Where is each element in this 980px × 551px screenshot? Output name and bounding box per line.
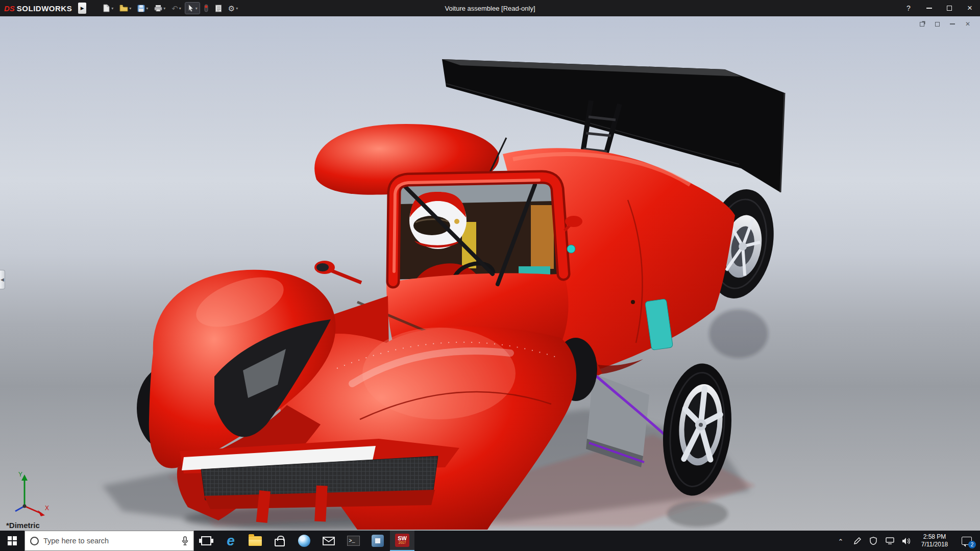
volume-icon: [902, 537, 911, 545]
system-tray: ⌃ 2:58 PM 7/11/2018 2: [833, 531, 980, 551]
clock-date: 7/11/2018: [917, 541, 952, 548]
quick-toolbar: ▾ ▾ ▾ ▾ ↶ ▾ ▾ ⚙ ▾: [101, 3, 240, 14]
triad-y-label: Y: [18, 471, 22, 478]
action-center-button[interactable]: 2: [955, 531, 978, 551]
taskbar-search[interactable]: [24, 531, 194, 551]
start-button[interactable]: [0, 531, 24, 551]
doc-restore-button[interactable]: [917, 19, 927, 29]
maximize-icon: [947, 6, 952, 11]
dropdown-caret-icon[interactable]: ▾: [163, 6, 165, 11]
app-button[interactable]: [365, 531, 390, 551]
print-icon: [154, 5, 162, 12]
undo-icon: ↶: [172, 5, 178, 12]
menu-flyout-arrow-icon[interactable]: ▶: [78, 3, 86, 14]
view-orientation-label: *Dimetric: [6, 521, 40, 530]
task-view-button[interactable]: [194, 531, 218, 551]
dropdown-caret-icon[interactable]: ▾: [179, 6, 181, 11]
solidworks-taskbar-button[interactable]: SW 2017: [390, 531, 414, 551]
select-tool-button[interactable]: ▾: [185, 3, 200, 14]
command-prompt-icon: >_: [347, 536, 360, 546]
shield-icon: [870, 537, 877, 545]
chevron-up-icon: ⌃: [838, 538, 844, 545]
network-icon: [886, 537, 894, 544]
feature-panel-tab[interactable]: ◀: [0, 270, 5, 289]
dropdown-caret-icon[interactable]: ▾: [236, 6, 238, 11]
minimize-button[interactable]: [919, 0, 939, 16]
file-properties-button[interactable]: [213, 3, 224, 14]
document-window-controls: ✕: [917, 19, 973, 29]
microphone-icon[interactable]: [182, 536, 188, 545]
rebuild-icon: [204, 4, 209, 12]
tray-pen-button[interactable]: [849, 531, 865, 551]
solidworks-icon: SW 2017: [395, 534, 409, 547]
maximize-button[interactable]: [939, 0, 960, 16]
app-icon: [372, 535, 384, 547]
save-icon: [137, 5, 145, 12]
edge-icon: e: [227, 534, 235, 548]
windows-logo-icon: [8, 536, 17, 545]
solidworks-icon-year: 2017: [399, 541, 406, 545]
help-button[interactable]: ?: [898, 0, 919, 16]
window-title: Voiture assemblee [Read-only]: [445, 0, 535, 16]
file-properties-icon: [215, 5, 222, 12]
orientation-triad: Y X: [7, 468, 51, 517]
cortana-icon: [30, 537, 39, 545]
titlebar: DS SOLIDWORKS ▶ ▾ ▾ ▾ ▾ ↶ ▾ ▾: [0, 0, 980, 16]
doc-minimize-button[interactable]: [947, 19, 958, 29]
command-prompt-button[interactable]: >_: [341, 531, 365, 551]
gear-icon: ⚙: [228, 5, 235, 12]
graphics-viewport[interactable]: ✕ ◀: [0, 16, 980, 531]
windows-taskbar: e >_ SW 2017 ⌃ 2:58 PM 7/11/2018: [0, 531, 980, 551]
clock-time: 2:58 PM: [917, 533, 952, 541]
pen-icon: [853, 537, 861, 545]
mail-icon: [323, 537, 335, 545]
open-icon: [119, 5, 128, 12]
open-button[interactable]: ▾: [117, 3, 133, 13]
dropdown-caret-icon[interactable]: ▾: [129, 6, 131, 11]
file-explorer-button[interactable]: [243, 531, 267, 551]
tray-network-button[interactable]: [882, 531, 897, 551]
rebuild-button[interactable]: [202, 3, 211, 14]
tray-volume-button[interactable]: [898, 531, 914, 551]
browser-icon: [298, 535, 310, 547]
ds-logo-icon: DS: [4, 4, 15, 13]
doc-close-button[interactable]: ✕: [963, 19, 973, 29]
folder-icon: [249, 536, 262, 546]
new-document-icon: [103, 4, 110, 12]
solidworks-logo: DS SOLIDWORKS: [0, 4, 76, 13]
undo-button[interactable]: ↶ ▾: [169, 3, 183, 14]
browser-button[interactable]: [292, 531, 316, 551]
model-canvas[interactable]: [0, 16, 980, 531]
tray-security-button[interactable]: [866, 531, 881, 551]
marker-light: [567, 245, 575, 253]
minimize-icon: [926, 8, 932, 9]
tray-expand-button[interactable]: ⌃: [833, 531, 848, 551]
mail-button[interactable]: [316, 531, 341, 551]
save-button[interactable]: ▾: [135, 3, 150, 14]
notification-badge: 2: [968, 541, 976, 548]
window-controls: ? ×: [898, 0, 980, 16]
dropdown-caret-icon[interactable]: ▾: [111, 6, 113, 11]
print-button[interactable]: ▾: [152, 3, 167, 13]
brand-wordmark: SOLIDWORKS: [17, 4, 72, 13]
select-cursor-icon: [187, 4, 194, 12]
task-view-icon: [201, 536, 211, 545]
triad-x-label: X: [45, 505, 49, 512]
doc-pin-button[interactable]: [932, 19, 942, 29]
store-bag-icon: [275, 539, 285, 546]
search-input[interactable]: [43, 537, 177, 545]
taskbar-clock[interactable]: 2:58 PM 7/11/2018: [915, 533, 954, 548]
dropdown-caret-icon[interactable]: ▾: [195, 6, 198, 11]
new-document-button[interactable]: ▾: [101, 3, 115, 14]
close-button[interactable]: ×: [960, 0, 980, 16]
options-button[interactable]: ⚙ ▾: [226, 3, 240, 14]
store-button[interactable]: [267, 531, 292, 551]
edge-button[interactable]: e: [218, 531, 243, 551]
dropdown-caret-icon[interactable]: ▾: [146, 6, 148, 11]
